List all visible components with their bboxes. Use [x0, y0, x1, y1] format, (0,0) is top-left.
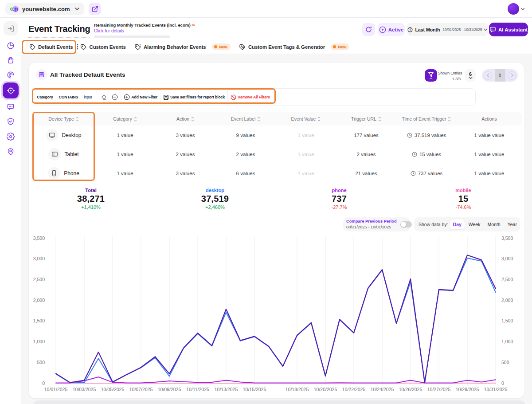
user-menu[interactable] — [508, 3, 525, 15]
page-size-select[interactable]: 6 — [465, 69, 476, 82]
sidebar-item-ecommerce[interactable] — [4, 53, 18, 67]
tab-custom-event-tags-generator[interactable]: Custom Event Tags & GeneratorNew — [239, 43, 350, 50]
chat-icon — [489, 26, 496, 33]
column-header-device-type[interactable]: Device Type — [32, 116, 95, 122]
cell-event-value: 1 value — [276, 133, 336, 138]
y-axis-label-right: 2,500 — [501, 277, 513, 282]
tab-label: Default Events — [38, 44, 73, 50]
edit-filter-button[interactable] — [99, 94, 109, 100]
sort-icon[interactable] — [76, 117, 79, 122]
sort-icon[interactable] — [317, 117, 321, 122]
tracking-status-chip[interactable]: Active — [378, 23, 405, 36]
device-cell: Desktop — [32, 129, 95, 141]
shield-check-icon — [7, 118, 15, 126]
clock-icon — [407, 27, 413, 32]
show-data-by-label: Show data by: — [419, 222, 448, 227]
website-selector[interactable]: yourwebsite.com — [5, 3, 84, 15]
ai-assistant-button[interactable]: AI Assistant — [489, 23, 528, 36]
column-label: Event Label — [231, 116, 255, 122]
prev-page-button[interactable] — [484, 71, 492, 80]
cell-time-of-event-trigger: 37,519 values — [396, 133, 457, 138]
column-label: Event Value — [291, 116, 316, 122]
card-icon — [36, 69, 47, 80]
show-by-day[interactable]: Day — [450, 220, 465, 229]
save-filters-button[interactable]: Save set filters for report block — [160, 89, 227, 106]
compare-label: Compare Previous Period — [346, 219, 397, 224]
column-header-actions[interactable]: Actions — [457, 116, 522, 122]
remove-filter-row-button[interactable] — [109, 94, 121, 100]
events-line-chart[interactable]: 005005001,0001,0001,5001,5002,0002,0002,… — [29, 233, 525, 396]
column-header-time-of-event-trigger[interactable]: Time of Event Trigger — [396, 116, 457, 122]
summary-label: phone — [277, 188, 401, 193]
add-new-filter-button[interactable]: Add New Filter — [121, 89, 160, 106]
column-header-action[interactable]: Action — [155, 116, 215, 122]
tab-alarming-behavior-events[interactable]: Alarming Behavior EventsNew — [134, 43, 231, 50]
sort-icon[interactable] — [378, 117, 381, 122]
device-cell: Tablet — [32, 148, 95, 161]
sort-icon[interactable] — [191, 117, 194, 122]
sidebar-item-collapse[interactable] — [4, 21, 18, 35]
summary-delta: -74.6% — [401, 204, 525, 210]
x-axis-label: 10/24/2025 — [371, 387, 394, 392]
sort-icon[interactable] — [134, 117, 137, 122]
sidebar-item-visitors[interactable] — [4, 145, 18, 159]
current-page[interactable]: 1 — [495, 69, 505, 82]
column-label: Trigger URL — [351, 116, 376, 122]
tab-menu-kebab-icon[interactable] — [77, 44, 78, 50]
sort-icon[interactable] — [448, 117, 451, 122]
summary-desktop: desktop37,519+2,460% — [153, 187, 277, 214]
device-label: Phone — [64, 170, 79, 177]
y-axis-label-right: 0 — [501, 380, 504, 386]
cell-time-of-event-trigger: 737 values — [396, 171, 457, 176]
cell-event-label: 9 values — [215, 133, 276, 138]
device-label: Desktop — [62, 132, 81, 138]
tag-icon — [239, 44, 246, 50]
show-by-year[interactable]: Year — [505, 220, 520, 229]
filter-funnel-button[interactable] — [425, 69, 437, 82]
show-by-month[interactable]: Month — [484, 220, 503, 229]
filter-value[interactable]: input — [81, 89, 99, 106]
show-data-by: Show data by: DayWeekMonthYear — [414, 217, 520, 231]
sidebar-item-dashboard[interactable] — [4, 39, 18, 53]
sidebar-item-privacy[interactable] — [4, 114, 18, 129]
table-row-desktop[interactable]: Desktop1 value3 values9 values1 value177… — [32, 126, 522, 145]
summary-phone: phone737-27.7% — [277, 187, 401, 214]
quota-details-link[interactable]: Click for details — [94, 28, 183, 33]
summary-delta: -27.7% — [277, 204, 401, 210]
tab-default-events[interactable]: Default Events — [29, 44, 78, 50]
column-header-category[interactable]: Category — [95, 116, 155, 122]
sidebar-item-feedback[interactable] — [4, 100, 18, 114]
sidebar-item-behavior[interactable] — [4, 68, 18, 82]
tab-label: Custom Event Tags & Generator — [248, 44, 325, 50]
table-header: Device TypeCategoryActionEvent LabelEven… — [32, 112, 522, 126]
cell-actions: 1 value value — [457, 152, 522, 157]
column-header-trigger-url[interactable]: Trigger URL — [336, 116, 396, 122]
refresh-button[interactable] — [362, 23, 375, 36]
swirl-icon — [7, 71, 15, 79]
sidebar-item-event-tracking[interactable] — [3, 82, 19, 98]
clock-icon — [411, 171, 416, 176]
chevron-down-icon — [520, 8, 525, 11]
top-bar: yourwebsite.com — [0, 0, 532, 18]
table-row-phone[interactable]: Phone1 value3 values6 values1 value21 va… — [32, 164, 522, 183]
open-website-button[interactable] — [89, 3, 101, 15]
period-selector[interactable]: Last Month 10/01/2025 - 10/31/2025 — [407, 23, 488, 36]
filter-field[interactable]: Category — [33, 89, 56, 106]
badge-label: New — [219, 44, 227, 49]
next-page-button[interactable] — [508, 71, 516, 80]
filter-operator[interactable]: CONTAINS — [56, 89, 81, 106]
x-axis-label: 10/31/2025 — [484, 387, 508, 392]
ai-assistant-label: AI Assistant — [498, 27, 528, 32]
table-row-tablet[interactable]: Tablet1 value2 values2 values1 value2 va… — [32, 145, 522, 164]
compare-toggle[interactable] — [400, 221, 412, 227]
sidebar-item-settings[interactable] — [4, 129, 18, 144]
cell-action: 2 values — [155, 152, 215, 157]
show-by-week[interactable]: Week — [466, 220, 484, 229]
remove-all-filters-button[interactable]: Remove All Filters — [228, 89, 273, 106]
tab-custom-events[interactable]: Custom Events — [80, 44, 125, 50]
column-header-event-value[interactable]: Event Value — [276, 116, 336, 122]
column-header-event-label[interactable]: Event Label — [215, 116, 276, 122]
page-title: Event Tracking — [28, 24, 90, 38]
sort-icon[interactable] — [257, 117, 260, 122]
compare-range: 08/31/2025 - 10/01/2025 — [346, 224, 397, 230]
